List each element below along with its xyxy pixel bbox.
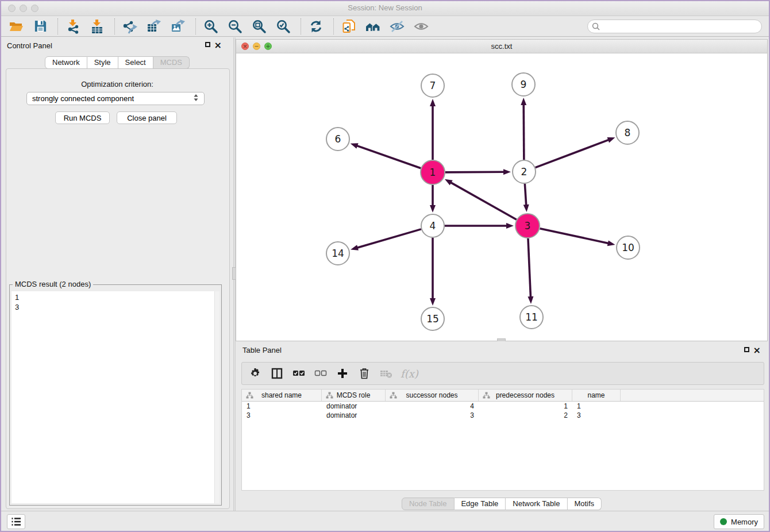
node-label-6: 6 bbox=[335, 133, 341, 145]
edge-1-6[interactable] bbox=[357, 146, 421, 168]
first-neighbors-button[interactable] bbox=[365, 18, 381, 34]
column-header-label: shared name bbox=[261, 391, 302, 399]
tab-select[interactable]: Select bbox=[118, 56, 153, 69]
export-table-icon bbox=[147, 19, 161, 34]
column-header-label: MCDS role bbox=[337, 391, 371, 399]
table-cell[interactable]: 1 bbox=[572, 402, 621, 410]
table-toolbar: f(x) bbox=[241, 362, 764, 385]
hide-selected-button[interactable] bbox=[389, 18, 405, 34]
column-type-icon bbox=[326, 392, 333, 400]
toolbar-separator bbox=[195, 18, 196, 34]
edge-arrowhead bbox=[430, 298, 436, 306]
edge-3-11[interactable] bbox=[528, 238, 530, 297]
mcds-result-area[interactable]: 1 3 bbox=[11, 291, 220, 503]
table-header-row: shared nameMCDS rolesuccessor nodesprede… bbox=[242, 390, 764, 402]
function-builder-button[interactable]: f(x) bbox=[401, 366, 418, 381]
eye-icon bbox=[414, 19, 429, 34]
run-mcds-button[interactable]: Run MCDS bbox=[55, 111, 110, 124]
control-panel-title: Control Panel bbox=[7, 41, 52, 50]
search-field[interactable] bbox=[587, 20, 762, 33]
table-close-icon[interactable]: × bbox=[753, 347, 761, 353]
column-header-successor-nodes[interactable]: successor nodes bbox=[386, 390, 479, 401]
float-panel-icon[interactable] bbox=[205, 42, 210, 47]
node-label-1: 1 bbox=[430, 167, 436, 178]
table-row[interactable]: 1dominator411 bbox=[242, 402, 764, 411]
control-panel: Control Panel × Network Style Select MCD… bbox=[1, 37, 233, 511]
edge-arrowhead bbox=[506, 223, 514, 229]
table-body: 1dominator4113dominator323 bbox=[242, 402, 764, 420]
column-header-MCDS-role[interactable]: MCDS role bbox=[322, 390, 386, 401]
zoom-selected-button[interactable] bbox=[275, 18, 291, 34]
zoom-out-button[interactable] bbox=[227, 18, 243, 34]
table-cell[interactable]: 3 bbox=[572, 411, 621, 419]
criterion-dropdown[interactable]: strongly connected component bbox=[26, 92, 205, 105]
delete-column-button[interactable] bbox=[357, 366, 372, 381]
network-canvas[interactable]: 7968124314101511 bbox=[236, 53, 767, 341]
table-cell[interactable]: dominator bbox=[322, 411, 386, 419]
column-header-name[interactable]: name bbox=[572, 390, 621, 401]
column-header-shared-name[interactable]: shared name bbox=[242, 390, 322, 401]
table-cell[interactable]: 3 bbox=[242, 411, 322, 419]
mcds-result-title: MCDS result (2 nodes) bbox=[13, 280, 93, 288]
delete-table-button[interactable] bbox=[379, 366, 394, 381]
table-cell[interactable]: 2 bbox=[479, 411, 572, 419]
refresh-icon bbox=[309, 19, 324, 34]
add-column-button[interactable] bbox=[335, 366, 350, 381]
import-table-button[interactable] bbox=[89, 18, 105, 34]
zoom-fit-button[interactable] bbox=[251, 18, 267, 34]
node-label-9: 9 bbox=[521, 79, 527, 90]
table-settings-button[interactable] bbox=[248, 366, 263, 381]
table-cell[interactable]: 3 bbox=[386, 411, 479, 419]
result-scrollbar[interactable] bbox=[214, 291, 220, 503]
show-all-button[interactable] bbox=[413, 18, 429, 34]
copy-network-view-button[interactable] bbox=[341, 18, 357, 34]
table-cell[interactable]: 1 bbox=[242, 402, 322, 410]
save-session-button[interactable] bbox=[32, 18, 48, 34]
unchecked-boxes-icon bbox=[314, 369, 327, 378]
close-panel-button[interactable]: Close panel bbox=[117, 111, 177, 124]
column-header-label: predecessor nodes bbox=[496, 391, 555, 399]
edge-4-14[interactable] bbox=[357, 229, 421, 248]
import-network-button[interactable] bbox=[65, 18, 81, 34]
node-label-15: 15 bbox=[426, 313, 439, 325]
tab-network-table[interactable]: Network Table bbox=[506, 498, 567, 510]
table-tabs: Node Table Edge Table Network Table Moti… bbox=[402, 498, 602, 510]
table-cell[interactable]: dominator bbox=[322, 402, 386, 410]
tab-node-table[interactable]: Node Table bbox=[402, 498, 455, 510]
export-image-button[interactable] bbox=[170, 18, 186, 34]
column-header-predecessor-nodes[interactable]: predecessor nodes bbox=[479, 390, 572, 401]
select-all-columns-button[interactable] bbox=[291, 366, 306, 381]
deselect-all-columns-button[interactable] bbox=[313, 366, 328, 381]
open-session-button[interactable] bbox=[8, 18, 24, 34]
edge-arrowhead bbox=[607, 240, 615, 246]
export-table-button[interactable] bbox=[146, 18, 162, 34]
search-input[interactable] bbox=[603, 21, 757, 31]
table-cell[interactable]: 1 bbox=[479, 402, 572, 410]
edge-2-3[interactable] bbox=[525, 184, 526, 205]
table-cell[interactable]: 4 bbox=[386, 402, 479, 410]
tab-edge-table[interactable]: Edge Table bbox=[454, 498, 506, 510]
refresh-view-button[interactable] bbox=[308, 18, 324, 34]
edge-1-2[interactable] bbox=[445, 172, 504, 172]
tab-network[interactable]: Network bbox=[45, 56, 87, 69]
node-label-2: 2 bbox=[521, 166, 528, 178]
edge-3-10[interactable] bbox=[540, 229, 608, 244]
list-icon bbox=[10, 516, 22, 527]
edge-2-9[interactable] bbox=[523, 105, 524, 160]
toggle-panel-view-button[interactable] bbox=[270, 366, 284, 381]
network-view-window: × − + scc.txt 7968124314101511 bbox=[236, 39, 768, 341]
edge-2-8[interactable] bbox=[536, 140, 609, 167]
table-float-icon[interactable] bbox=[744, 347, 749, 352]
edge-arrowhead bbox=[521, 98, 526, 105]
tab-mcds[interactable]: MCDS bbox=[153, 56, 190, 69]
export-network-button[interactable] bbox=[122, 18, 138, 34]
zoom-fit-icon bbox=[252, 19, 267, 34]
table-row[interactable]: 3dominator323 bbox=[242, 411, 764, 420]
memory-button[interactable]: Memory bbox=[714, 514, 764, 529]
edge-3-1[interactable] bbox=[451, 183, 516, 220]
close-panel-icon[interactable]: × bbox=[214, 42, 222, 48]
tab-style[interactable]: Style bbox=[87, 56, 118, 69]
tab-motifs[interactable]: Motifs bbox=[567, 498, 602, 510]
task-history-button[interactable] bbox=[7, 514, 25, 529]
zoom-in-button[interactable] bbox=[203, 18, 219, 34]
